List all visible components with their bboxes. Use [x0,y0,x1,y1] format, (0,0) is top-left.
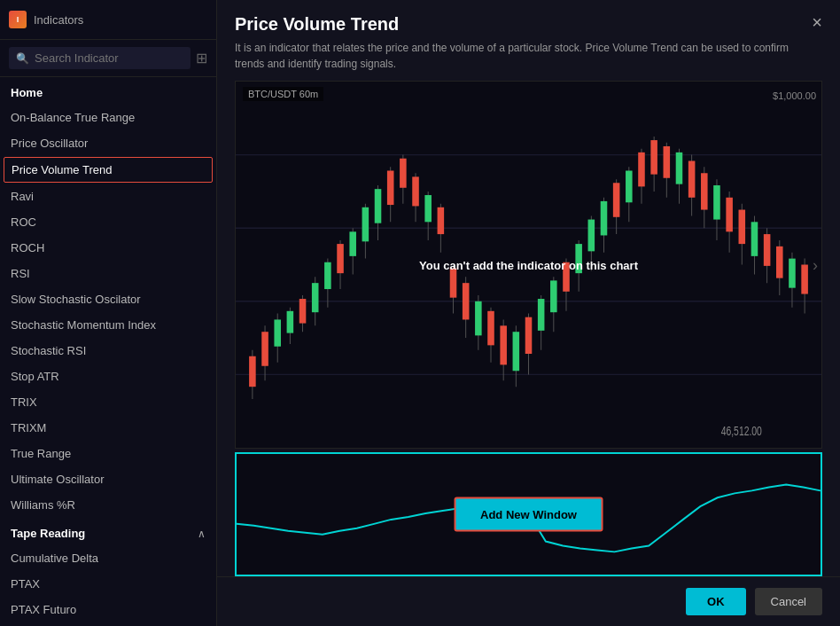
list-item[interactable]: Ravi [0,184,216,209]
svg-rect-39 [450,269,457,298]
sidebar: I Indicators 🔍 ⊞ Home On-Balance True Ra… [0,0,217,626]
svg-rect-49 [513,332,520,371]
svg-rect-71 [650,140,657,175]
svg-rect-79 [701,173,708,209]
modal: I Indicators 🔍 ⊞ Home On-Balance True Ra… [0,0,840,626]
search-row: 🔍 ⊞ [0,40,216,77]
svg-rect-17 [312,283,319,312]
svg-rect-89 [764,234,771,266]
list-item[interactable]: Slow Stochastic Oscilator [0,286,216,312]
svg-rect-75 [676,153,683,184]
sidebar-content: Home On-Balance True Range Price Oscilla… [0,77,216,626]
svg-rect-41 [463,283,470,319]
svg-rect-21 [337,244,344,273]
svg-rect-55 [550,280,557,312]
search-icon: 🔍 [16,52,29,65]
svg-rect-93 [789,259,796,288]
svg-rect-61 [588,220,595,252]
list-item[interactable]: Stop ATR [0,364,216,389]
list-item[interactable]: RSI [0,261,216,286]
main-description: It is an indicator that relates the pric… [235,40,802,72]
list-item[interactable]: ROCH [0,235,216,261]
svg-rect-29 [387,170,394,205]
svg-rect-9 [261,332,268,366]
section-home: Home [0,77,216,105]
sidebar-header: I Indicators [0,0,216,40]
cancel-button[interactable]: Cancel [755,588,822,615]
svg-rect-73 [664,146,671,178]
svg-rect-27 [375,189,382,223]
chart-price-high: $1,000.00 [773,90,816,101]
svg-rect-13 [287,311,294,333]
svg-rect-95 [801,265,808,294]
section-tape-reading-label: Tape Reading [11,527,85,540]
list-item[interactable]: PTAX [0,571,216,597]
footer: OK Cancel [217,576,840,626]
main-chart: BTC/USDT 60m $1,000.00 You can't add the… [235,81,822,449]
sidebar-logo: I [9,11,27,28]
add-new-window-button[interactable]: Add New Window [454,497,603,532]
page-title: Price Volume Trend [235,14,802,35]
ok-button[interactable]: OK [686,588,746,615]
svg-rect-81 [713,185,720,220]
list-item[interactable]: Price Oscillator [0,130,216,156]
svg-rect-43 [475,301,482,336]
cant-add-message: You can't add the indicator on this char… [419,258,638,271]
svg-rect-45 [487,311,494,346]
sub-chart: Add New Window [235,452,822,576]
main-panel: Price Volume Trend It is an indicator th… [217,0,840,626]
svg-rect-87 [751,222,758,256]
svg-rect-37 [438,207,445,234]
list-item[interactable]: TRIX [0,389,216,415]
main-header: Price Volume Trend It is an indicator th… [217,0,840,81]
list-item[interactable]: Stochastic RSI [0,338,216,364]
close-button[interactable]: × [812,12,822,33]
svg-rect-11 [274,319,281,346]
svg-rect-83 [726,198,733,232]
list-item[interactable]: TR - Aggression Acc - Balance [0,622,216,626]
svg-rect-51 [525,317,533,354]
svg-rect-53 [538,299,545,331]
search-input[interactable] [35,51,183,65]
svg-rect-19 [324,262,331,289]
list-item[interactable]: True Range [0,441,216,466]
sidebar-title: Indicators [34,13,83,27]
list-item-active[interactable]: Price Volume Trend [4,157,213,183]
section-tape-reading[interactable]: Tape Reading ∧ [0,518,216,545]
chart-area: BTC/USDT 60m $1,000.00 You can't add the… [217,81,840,576]
list-item[interactable]: PTAX Futuro [0,597,216,622]
chart-nav-right-icon[interactable]: › [813,255,818,274]
list-item[interactable]: Ultimate Oscillator [0,466,216,492]
svg-rect-7 [249,356,256,387]
svg-rect-33 [412,176,419,206]
svg-rect-25 [362,207,369,242]
svg-rect-47 [500,325,507,364]
svg-rect-69 [638,153,645,187]
list-item[interactable]: ROC [0,209,216,235]
svg-text:46,512.00: 46,512.00 [721,423,762,438]
svg-rect-15 [299,299,307,324]
filter-icon[interactable]: ⊞ [196,50,207,67]
title-desc: Price Volume Trend It is an indicator th… [235,14,802,72]
chevron-up-icon: ∧ [198,528,206,540]
svg-rect-77 [688,160,696,197]
svg-rect-35 [424,195,432,222]
svg-rect-65 [613,183,620,217]
list-item[interactable]: Williams %R [0,492,216,518]
list-item[interactable]: On-Balance True Range [0,105,216,130]
svg-rect-85 [739,210,746,245]
search-input-wrap[interactable]: 🔍 [9,47,191,69]
chart-symbol-label: BTC/USDT 60m [243,87,323,101]
svg-rect-23 [349,231,356,256]
modal-overlay: I Indicators 🔍 ⊞ Home On-Balance True Ra… [0,0,840,626]
list-item[interactable]: Cumulative Delta [0,545,216,571]
svg-rect-63 [601,201,608,236]
list-item[interactable]: TRIXM [0,415,216,441]
svg-rect-31 [400,159,407,188]
svg-rect-67 [626,170,633,202]
svg-rect-91 [776,246,783,278]
list-item[interactable]: Stochastic Momentum Index [0,312,216,338]
